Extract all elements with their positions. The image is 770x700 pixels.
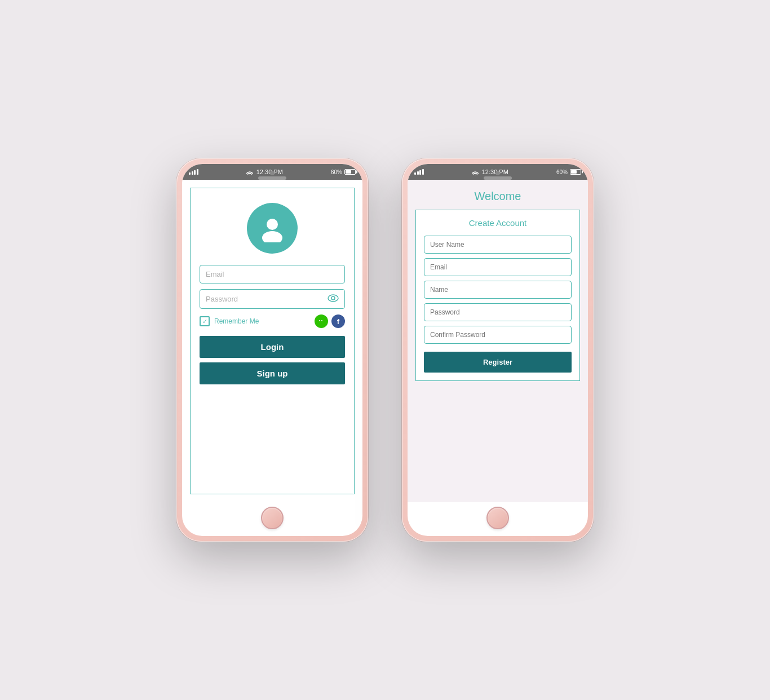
- battery-tip-login: [356, 171, 357, 174]
- register-card: Create Account Register: [415, 210, 580, 381]
- phone-top-hardware: [258, 164, 286, 180]
- phone-register-inner: 12:30 PM 60% Welcome Creat: [408, 164, 588, 536]
- login-card: Email Password: [190, 188, 355, 494]
- signal-bar-1: [189, 172, 191, 175]
- svg-point-9: [475, 175, 476, 175]
- battery-icon-register: [570, 169, 581, 175]
- social-icons: f: [315, 314, 345, 328]
- remember-checkbox[interactable]: ✓: [200, 316, 210, 326]
- signal-bar-r4: [422, 169, 424, 175]
- login-screen-content: Email Password: [182, 180, 362, 502]
- confirm-password-input[interactable]: [424, 326, 572, 344]
- phone-bottom-login: [182, 502, 362, 536]
- password-placeholder: Password: [206, 295, 238, 303]
- svg-point-4: [331, 296, 335, 300]
- phone-login-frame: 12:30 PM 60%: [176, 158, 368, 542]
- home-button-login[interactable]: [261, 507, 284, 529]
- phone-bottom-register: [408, 502, 588, 536]
- speaker-grille-register: [484, 176, 512, 180]
- phone-login-inner: 12:30 PM 60%: [182, 164, 362, 536]
- signal-bar-r1: [414, 172, 416, 175]
- username-input[interactable]: [424, 236, 572, 254]
- signal-bars-login: [189, 169, 198, 175]
- remember-me-label: Remember Me: [214, 317, 310, 325]
- svg-point-7: [319, 320, 320, 321]
- email-placeholder: Email: [206, 270, 224, 278]
- signal-bar-r2: [417, 171, 419, 175]
- eye-icon[interactable]: [328, 294, 339, 304]
- signup-button[interactable]: Sign up: [200, 362, 345, 384]
- battery-icon-login: [344, 169, 356, 175]
- svg-point-1: [267, 219, 278, 230]
- svg-point-2: [262, 231, 282, 242]
- register-button[interactable]: Register: [424, 352, 572, 373]
- camera-dot: [270, 171, 275, 175]
- create-account-title: Create Account: [424, 218, 572, 228]
- status-right-register: 60%: [556, 169, 581, 175]
- svg-point-3: [328, 295, 338, 302]
- remember-me-row: ✓ Remember Me: [200, 314, 345, 328]
- welcome-title: Welcome: [475, 190, 521, 203]
- signal-bar-r3: [419, 170, 421, 175]
- password-input-container[interactable]: Password: [200, 289, 345, 309]
- speaker-grille: [258, 176, 286, 180]
- signal-bar-4: [197, 169, 198, 175]
- signal-bar-2: [192, 171, 193, 175]
- battery-tip-register: [582, 171, 583, 174]
- status-left-login: [189, 169, 198, 175]
- password-register-input[interactable]: [424, 303, 572, 321]
- facebook-icon[interactable]: f: [331, 314, 345, 328]
- camera-dot-register: [495, 171, 500, 175]
- battery-fill-register: [571, 170, 577, 174]
- name-input[interactable]: [424, 281, 572, 299]
- avatar-circle: [247, 203, 298, 254]
- register-screen: Welcome Create Account: [408, 180, 588, 502]
- email-input-container[interactable]: Email: [200, 265, 345, 283]
- svg-point-8: [321, 320, 322, 321]
- register-screen-content: Welcome Create Account: [408, 180, 588, 502]
- battery-fill-login: [346, 170, 351, 174]
- email-register-input[interactable]: [424, 258, 572, 276]
- avatar-icon: [258, 214, 286, 242]
- login-button[interactable]: Login: [200, 336, 345, 358]
- phone-top-hardware-register: [484, 164, 512, 180]
- home-button-register[interactable]: [486, 507, 509, 529]
- phone-register-frame: 12:30 PM 60% Welcome Creat: [402, 158, 594, 542]
- svg-point-0: [249, 175, 250, 175]
- phones-container: 12:30 PM 60%: [176, 125, 594, 575]
- signal-bar-3: [194, 170, 196, 175]
- login-screen: Email Password: [182, 180, 362, 502]
- status-left-register: [414, 169, 424, 175]
- status-right-login: 60%: [331, 169, 356, 175]
- wechat-icon[interactable]: [315, 314, 328, 328]
- signal-bars-register: [414, 169, 424, 175]
